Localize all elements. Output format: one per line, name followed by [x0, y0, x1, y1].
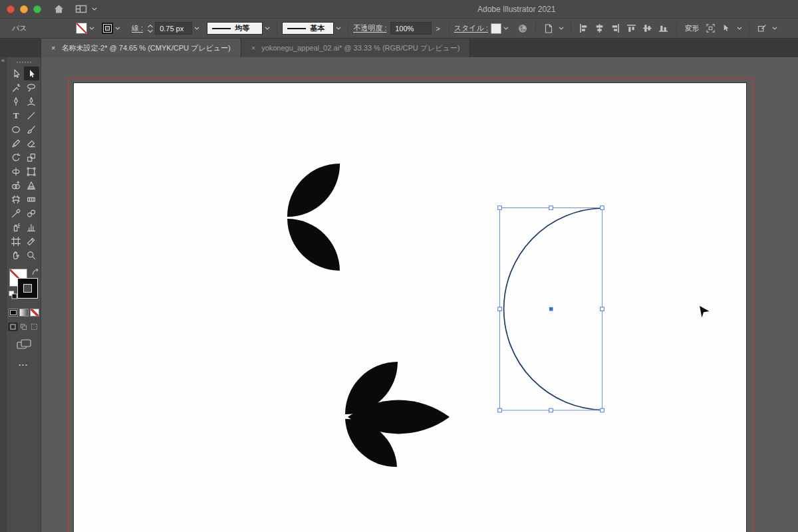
blend-tool[interactable] — [24, 206, 39, 220]
tab-untitled-2[interactable]: × 名称未設定-2* @ 74.65 % (CMYK/CPU プレビュー) — [41, 39, 241, 57]
ellipse-tool[interactable] — [9, 122, 24, 136]
align-left-button[interactable] — [576, 21, 592, 36]
opacity-panel-link[interactable]: 不透明度 : — [353, 23, 386, 33]
scale-tool-icon — [26, 152, 37, 163]
stroke-width-stepper[interactable] — [147, 23, 154, 34]
workspace-switcher-button[interactable] — [75, 4, 99, 14]
close-window-button[interactable] — [7, 5, 15, 13]
default-fill-stroke-icon[interactable] — [9, 291, 17, 299]
direct-selection-tool[interactable] — [24, 66, 39, 80]
perspective-grid-tool[interactable] — [24, 178, 39, 192]
zoom-tool-icon — [26, 250, 37, 261]
minimize-window-button[interactable] — [20, 5, 28, 13]
eraser-tool[interactable] — [24, 136, 39, 150]
chevron-down-icon[interactable] — [115, 27, 120, 31]
toolbar-drag-handle[interactable] — [17, 61, 31, 63]
width-tool[interactable] — [9, 164, 24, 178]
gradient-tool-icon — [26, 194, 37, 205]
chevron-down-icon[interactable] — [772, 27, 777, 31]
stroke-panel-link[interactable]: 線 : — [132, 23, 143, 33]
home-button[interactable] — [53, 4, 65, 14]
line-segment-tool[interactable] — [24, 108, 39, 122]
slice-tool-icon — [26, 236, 37, 247]
chevron-down-icon[interactable] — [265, 27, 270, 31]
draw-behind-button[interactable] — [19, 323, 29, 331]
rotate-tool[interactable] — [9, 150, 24, 164]
canvas[interactable] — [41, 57, 798, 532]
zoom-window-button[interactable] — [33, 5, 41, 13]
edit-toolbar-button[interactable]: ••• — [19, 362, 28, 368]
magic-wand-tool[interactable] — [9, 80, 24, 94]
type-tool[interactable]: T — [9, 108, 24, 122]
artboard-tool[interactable] — [9, 234, 24, 248]
stroke-color-swatch[interactable] — [102, 23, 113, 34]
stroke-profile-preview — [212, 28, 231, 29]
document-setup-button[interactable] — [541, 21, 557, 36]
align-top-icon — [626, 23, 636, 33]
tab-yokonegu-appeal[interactable]: × yokonegu_appeal_02.ai* @ 33.33 % (RGB/… — [241, 39, 471, 57]
style-panel-link[interactable]: スタイル : — [454, 23, 488, 33]
pencil-tool[interactable] — [9, 136, 24, 150]
symbol-sprayer-tool[interactable] — [9, 220, 24, 234]
separator — [535, 23, 536, 35]
pen-tool[interactable] — [9, 94, 24, 108]
draw-inside-button[interactable] — [29, 323, 39, 331]
eyedropper-tool[interactable] — [9, 206, 24, 220]
chevron-down-icon[interactable] — [336, 27, 341, 31]
zoom-tool[interactable] — [24, 248, 39, 262]
align-hcenter-button[interactable] — [592, 21, 608, 36]
opacity-more-button[interactable]: > — [432, 25, 444, 33]
recolor-artwork-button[interactable] — [515, 21, 531, 36]
chevron-down-icon[interactable] — [89, 27, 94, 31]
fill-color-swatch[interactable] — [76, 23, 87, 34]
slice-tool[interactable] — [24, 234, 39, 248]
shape-pen-icon — [757, 23, 767, 34]
align-bottom-button[interactable] — [656, 21, 672, 36]
graphic-style-swatch[interactable] — [491, 23, 501, 34]
close-tab-icon[interactable]: × — [251, 44, 255, 52]
transform-panel-button[interactable]: 変形 — [682, 23, 703, 33]
gradient-tool[interactable] — [24, 192, 39, 206]
stroke-hole — [105, 26, 110, 31]
draw-normal-button[interactable] — [8, 323, 18, 331]
shape-builder-tool[interactable] — [9, 178, 24, 192]
color-button[interactable] — [9, 309, 18, 317]
screen-mode-button[interactable] — [17, 339, 31, 352]
rotate-tool-icon — [11, 152, 21, 163]
transform-bounds-button[interactable] — [703, 21, 719, 36]
chevron-down-icon[interactable] — [503, 27, 509, 31]
stroke-width-field[interactable]: 0.75 px — [155, 22, 192, 35]
column-graph-tool[interactable] — [24, 220, 39, 234]
align-right-button[interactable] — [608, 21, 624, 36]
paintbrush-tool[interactable] — [24, 122, 39, 136]
chevron-down-icon[interactable] — [194, 27, 200, 31]
chevron-down-icon[interactable] — [559, 27, 564, 31]
lasso-tool[interactable] — [24, 80, 39, 94]
isolate-selection-button[interactable] — [719, 21, 735, 36]
align-top-button[interactable] — [624, 21, 640, 36]
collapse-panel-button[interactable]: « — [1, 57, 5, 64]
gradient-button[interactable] — [19, 309, 29, 317]
stroke-profile-dropdown[interactable]: 均等 — [207, 22, 263, 35]
none-button[interactable] — [30, 309, 39, 317]
mesh-tool[interactable] — [9, 192, 24, 206]
transform-bounds-icon — [706, 23, 716, 33]
brush-definition-dropdown[interactable]: 基本 — [282, 22, 334, 35]
selection-tool[interactable] — [9, 66, 24, 80]
free-transform-tool[interactable] — [24, 164, 39, 178]
curvature-tool[interactable] — [24, 94, 39, 108]
shape-options-button[interactable] — [754, 21, 770, 36]
perspective-grid-tool-icon — [26, 180, 37, 191]
align-vcenter-button[interactable] — [640, 21, 656, 36]
hand-tool[interactable] — [9, 248, 24, 262]
artboard[interactable] — [73, 82, 747, 532]
chevron-down-icon[interactable] — [737, 27, 742, 31]
stroke-swatch-black[interactable] — [17, 278, 38, 299]
scale-tool[interactable] — [24, 150, 39, 164]
document-icon — [543, 23, 554, 34]
opacity-field[interactable]: 100% — [390, 22, 432, 35]
close-tab-icon[interactable]: × — [51, 44, 55, 52]
swap-fill-stroke-icon[interactable] — [32, 269, 39, 276]
context-label: パス — [0, 23, 66, 33]
width-tool-icon — [11, 166, 21, 177]
